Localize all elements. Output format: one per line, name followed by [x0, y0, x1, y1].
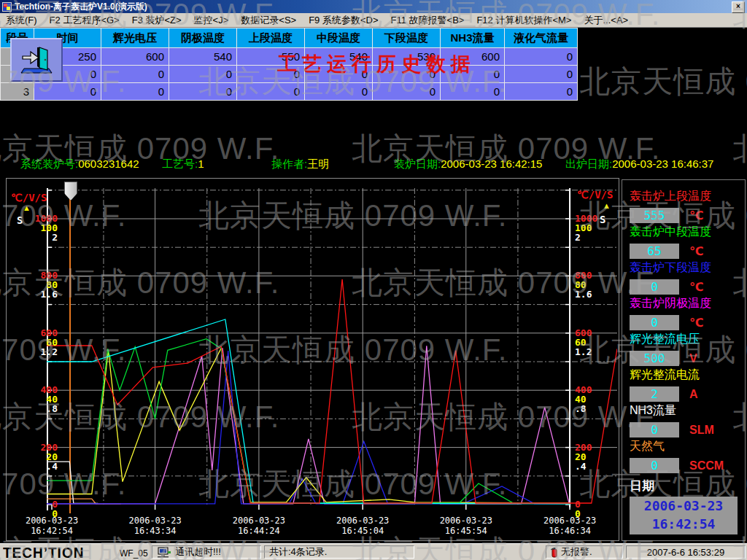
info-item-1: 工艺号:1 [162, 158, 204, 171]
station-id: WF_05 [120, 548, 148, 559]
clock-text: 2007-6-6 16:53:29 [647, 547, 724, 558]
param-label: 辉光整流电流 [630, 368, 743, 383]
yellow-scale-tick: 60 [20, 338, 58, 347]
info-label: 操作者: [271, 158, 307, 170]
param-value-row: 0℃ [630, 315, 743, 330]
param-label: 轰击炉阴极温度 [630, 296, 743, 311]
scale-value-group: 600601.2 [20, 328, 58, 357]
title-bar: Techtion-离子轰击炉V1.0(演示版) × [0, 0, 747, 13]
menu-item-3[interactable]: 监控<J> [194, 14, 229, 27]
menu-item-1[interactable]: F2 工艺程序<G> [50, 14, 120, 27]
date-value: 2006-03-23 [630, 497, 738, 515]
date-display: 2006-03-23 16:42:54 [630, 497, 738, 534]
scale-value-group: 800801.6 [20, 271, 58, 299]
x-tick-label: 2006-03-2316:45:04 [330, 516, 395, 536]
param-value-row: 0SCCM [630, 458, 743, 473]
param-label: 辉光整流电压 [630, 332, 743, 347]
info-value: 0603231642 [78, 158, 139, 170]
info-label: 工艺号: [162, 158, 198, 170]
data-cell: 0 [101, 66, 169, 83]
window-title: Techtion-离子轰击炉V1.0(演示版) [15, 1, 147, 13]
date-label: 日期 [630, 478, 654, 494]
info-value: 2006-03-23 16:42:15 [441, 158, 542, 170]
scale-value-group: 800801.6 [575, 271, 592, 299]
info-value: 王明 [307, 158, 329, 170]
column-header: 中段温度 [305, 28, 373, 48]
x-tick-date: 2006-03-23 [433, 516, 499, 526]
menu-item-7[interactable]: F12 计算机软操作<M> [476, 14, 571, 27]
exit-button[interactable] [10, 38, 63, 82]
info-item-2: 操作者:王明 [271, 158, 329, 171]
scale-value-group: 20020.4 [20, 443, 58, 471]
alarm-icon [551, 547, 557, 558]
x-tick-date: 2006-03-23 [19, 516, 85, 526]
trend-chart [47, 188, 617, 518]
data-cell: 0 [441, 83, 505, 101]
param-value-row: 2A [630, 386, 743, 402]
data-cell: 0 [505, 48, 578, 66]
x-tick-time: 16:45:54 [433, 526, 499, 536]
white-scale-tick: 2 [20, 233, 58, 242]
scale-value-group: 40040.8 [575, 385, 592, 413]
x-tick-date: 2006-03-23 [226, 516, 292, 526]
table-row[interactable]: 300000000 [1, 83, 578, 101]
param-unit: SCCM [689, 459, 724, 472]
data-cell: 0 [505, 66, 578, 83]
white-scale-tick: 1.6 [575, 289, 592, 299]
yellow-scale-tick: 20 [575, 452, 592, 462]
data-cell: 0 [101, 83, 169, 101]
info-item-0: 系统装炉号:0603231642 [20, 158, 139, 171]
alarm-status-panel: 无报警. [546, 545, 623, 559]
param-0: 轰击炉上段温度555℃ [630, 189, 743, 223]
x-tick-time: 16:44:24 [226, 526, 292, 536]
param-label: NH3流量 [630, 403, 743, 419]
menu-item-4[interactable]: 数据记录<S> [241, 14, 296, 27]
menu-item-5[interactable]: F9 系统参数<D> [309, 14, 378, 27]
param-5: 辉光整流电流2A [630, 368, 743, 402]
alarm-status-text: 无报警. [561, 545, 592, 559]
menu-item-0[interactable]: 系统(F) [6, 14, 37, 27]
x-tick-label: 2006-03-2316:42:54 [19, 516, 85, 536]
history-table-header: 段号时间辉光电压阴极温度上段温度中段温度下段温度NH3流量液化气流量 [1, 28, 578, 48]
data-cell: 0 [237, 83, 305, 101]
param-value-box: 0 [630, 315, 679, 330]
menu-item-8[interactable]: 关于...<A> [584, 14, 628, 27]
left-warning-icon: ▲ [23, 204, 31, 212]
page-title: 工艺运行历史数据 [260, 51, 493, 77]
param-label: 轰击炉上段温度 [630, 189, 743, 204]
scale-value-group: 20020.4 [575, 443, 592, 471]
series-阴极温度 [47, 348, 570, 503]
menu-item-6[interactable]: F11 故障报警<B> [391, 14, 465, 27]
x-tick-label: 2006-03-2316:44:24 [226, 516, 292, 536]
param-unit: SLM [689, 424, 714, 437]
param-value-box: 500 [630, 351, 679, 366]
column-header: 辉光电压 [101, 28, 169, 48]
param-value-row: 555℃ [630, 208, 743, 223]
white-scale-tick: .4 [575, 462, 592, 471]
comm-status-panel: 通讯超时!!! [152, 545, 261, 559]
param-value-box: 2 [630, 386, 679, 402]
yellow-scale-tick: 60 [575, 338, 592, 347]
red-scale-tick: 600 [20, 328, 58, 338]
param-unit: ℃ [689, 244, 703, 258]
x-tick-label: 2006-03-2316:45:54 [433, 516, 499, 536]
column-header: 液化气流量 [505, 28, 578, 48]
param-4: 辉光整流电压500V [630, 332, 743, 366]
data-cell: 600 [101, 48, 169, 66]
info-item-4: 出炉日期:2006-03-23 16:46:37 [565, 158, 713, 171]
param-value-row: 0℃ [630, 279, 743, 295]
series-上段温度 [47, 279, 617, 503]
column-header: NH3流量 [441, 28, 505, 48]
info-label: 系统装炉号: [20, 158, 78, 170]
white-scale-tick: 1.2 [575, 347, 592, 357]
info-value: 1 [198, 158, 204, 170]
param-unit: ℃ [689, 316, 703, 330]
param-6: NH3流量0SLM [630, 403, 743, 438]
x-tick-date: 2006-03-23 [330, 516, 395, 526]
param-value-box: 555 [630, 208, 679, 223]
menu-item-2[interactable]: F3 装炉<Z> [132, 14, 182, 27]
param-value-row: 500V [630, 351, 743, 366]
x-tick-time: 16:43:34 [123, 526, 188, 536]
white-scale-tick: .8 [575, 404, 592, 413]
close-button[interactable]: × [732, 1, 745, 13]
